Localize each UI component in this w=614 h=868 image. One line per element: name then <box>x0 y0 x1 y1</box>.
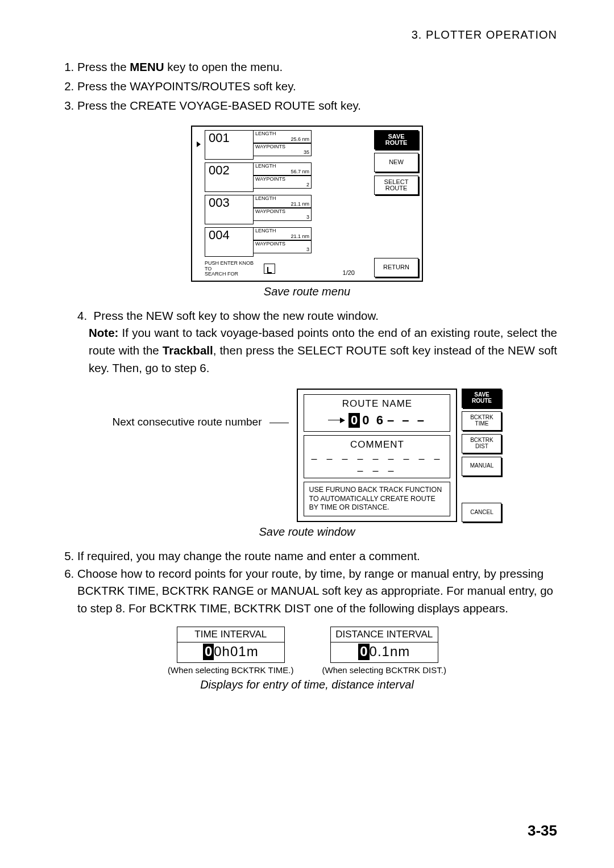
value: 21.1 nm <box>255 202 309 207</box>
pager: 1/20 <box>343 269 355 276</box>
value: 0 6 <box>362 413 385 428</box>
text: Press the WAYPOINTS/ROUTES soft key. <box>77 80 296 93</box>
route-row: 001 LENGTH25.6 nm WAYPOINTS35 <box>205 130 312 160</box>
search-row: PUSH ENTER KNOB TO SEARCH FOR <box>205 261 275 277</box>
figure3-caption: Displays for entry of time, distance int… <box>57 678 557 691</box>
leader-line <box>269 423 289 423</box>
arrow-icon <box>328 420 344 420</box>
page-number: 3-35 <box>528 822 557 840</box>
text: BY TIME OR DISTANCE. <box>309 503 445 512</box>
bcktrk-dist-button[interactable]: BCKTRKDIST <box>462 434 501 453</box>
step-1: Press the MENU key to open the menu. <box>77 59 557 76</box>
note-label: Note: <box>89 326 118 339</box>
cursor-icon <box>267 267 272 273</box>
text: PUSH ENTER KNOB TO <box>205 261 262 272</box>
route-id: 004 <box>205 227 254 257</box>
cursor-triangle-icon <box>197 141 201 147</box>
list-num: 4. <box>77 309 87 322</box>
bcktrk-time-button[interactable]: BCKTRKTIME <box>462 411 501 431</box>
text: USE FURUNO BACK TRACK FUNCTION <box>309 486 445 495</box>
route-id: 001 <box>205 130 254 160</box>
route-id: 002 <box>205 162 254 192</box>
search-input-box[interactable] <box>264 264 275 274</box>
label: DISTANCE INTERVAL <box>331 627 438 642</box>
time-interval-box: TIME INTERVAL 00h01m <box>177 627 285 663</box>
steps-list-1: Press the MENU key to open the menu. Pre… <box>61 59 557 114</box>
step-2: Press the WAYPOINTS/ROUTES soft key. <box>77 78 557 95</box>
label: COMMENT <box>309 439 445 450</box>
value: 21.1 nm <box>255 234 309 239</box>
step-6: Choose how to record points for your rou… <box>77 565 557 617</box>
figure-interval-displays: TIME INTERVAL 00h01m (When selecting BCK… <box>57 627 557 675</box>
value: 25.6 nm <box>255 137 309 142</box>
value: 0h01m <box>214 644 258 659</box>
figure-save-route-menu: 001 LENGTH25.6 nm WAYPOINTS35 002 LENGTH… <box>191 126 423 281</box>
manual-button[interactable]: MANUAL <box>462 457 501 476</box>
label: WAYPOINTS <box>255 209 309 214</box>
comment-box: COMMENT – – – – – – – – – – – – <box>304 435 450 478</box>
value: 35 <box>255 150 309 155</box>
callout-label: Next consecutive route number <box>113 416 262 428</box>
figure-save-route-window: Next consecutive route number ROUTE NAME… <box>57 389 557 522</box>
cursor-char: 0 <box>358 644 369 660</box>
steps-list-2: If required, you may change the route na… <box>61 548 557 617</box>
label: ROUTE NAME <box>309 398 445 410</box>
cancel-button[interactable]: CANCEL <box>462 503 501 522</box>
select-route-button[interactable]: SELECTROUTE <box>374 176 418 195</box>
text: Press the CREATE VOYAGE-BASED ROUTE soft… <box>77 99 361 112</box>
step-5: If required, you may change the route na… <box>77 548 557 565</box>
label: WAYPOINTS <box>255 177 309 182</box>
distance-interval-box: DISTANCE INTERVAL 00.1nm <box>330 627 438 663</box>
save-route-button[interactable]: SAVEROUTE <box>462 389 501 408</box>
text: key to open the menu. <box>164 60 283 73</box>
cursor-char: 0 <box>349 413 360 428</box>
step-3: Press the CREATE VOYAGE-BASED ROUTE soft… <box>77 97 557 115</box>
hint-box: USE FURUNO BACK TRACK FUNCTION TO AUTOMA… <box>304 482 450 516</box>
placeholder: – – – <box>387 413 426 428</box>
text: TO AUTOMATICALLY CREATE ROUTE <box>309 495 445 504</box>
route-row: 003 LENGTH21.1 nm WAYPOINTS3 <box>205 195 312 224</box>
section-header: 3. PLOTTER OPERATION <box>57 28 557 41</box>
value: 0.1nm <box>370 644 410 659</box>
figure2-caption: Save route window <box>57 525 557 539</box>
figure1-caption: Save route menu <box>57 285 557 298</box>
text: Press the <box>77 60 130 73</box>
route-row: 004 LENGTH21.1 nm WAYPOINTS3 <box>205 227 312 257</box>
return-button[interactable]: RETURN <box>374 258 418 277</box>
route-id: 003 <box>205 195 254 224</box>
route-row: 002 LENGTH56.7 nm WAYPOINTS2 <box>205 162 312 192</box>
value: 56.7 nm <box>255 169 309 174</box>
sub-caption: (When selecting BCKTRK DIST.) <box>322 665 446 675</box>
save-route-button[interactable]: SAVEROUTE <box>374 130 418 149</box>
text-bold: MENU <box>130 60 164 73</box>
sub-caption: (When selecting BCKTRK TIME.) <box>168 665 293 675</box>
route-name-box: ROUTE NAME 0 0 6 – – – <box>304 394 450 432</box>
step-4: 4. Press the NEW soft key to show the ne… <box>77 307 557 377</box>
text-bold: Trackball <box>163 344 213 357</box>
value: 2 <box>255 182 309 187</box>
text: Press the NEW soft key to show the new r… <box>94 309 379 322</box>
value: 3 <box>255 215 309 220</box>
label: WAYPOINTS <box>255 241 309 247</box>
new-button[interactable]: NEW <box>374 153 418 172</box>
label: TIME INTERVAL <box>177 627 284 642</box>
text: SEARCH FOR <box>205 272 262 277</box>
placeholder: – – – – – – – – – – – – <box>309 450 445 477</box>
value: 3 <box>255 247 309 252</box>
label: WAYPOINTS <box>255 144 309 149</box>
cursor-char: 0 <box>203 644 214 660</box>
